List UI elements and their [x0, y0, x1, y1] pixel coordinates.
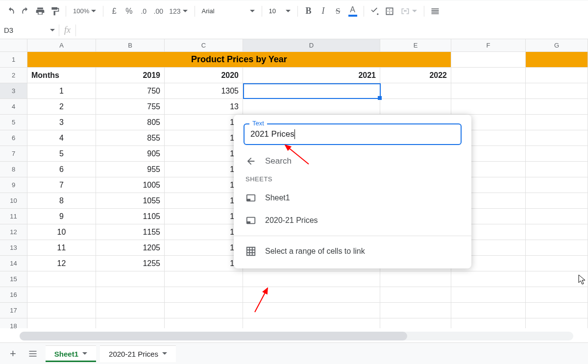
merge-cells-dropdown[interactable]: [397, 6, 420, 16]
sheet-option-2020-21[interactable]: 2020-21 Prices: [244, 209, 462, 232]
zoom-dropdown[interactable]: 100%: [70, 7, 99, 15]
column-header-b[interactable]: B: [96, 39, 165, 52]
row-header[interactable]: 3: [0, 83, 27, 99]
cell[interactable]: [526, 162, 588, 177]
cell[interactable]: [243, 287, 380, 303]
cell[interactable]: [451, 318, 526, 328]
cell[interactable]: [526, 52, 588, 68]
cell[interactable]: 17: [165, 224, 243, 240]
cell[interactable]: 13: [165, 99, 243, 115]
column-header-e[interactable]: E: [380, 39, 451, 52]
row-header[interactable]: 4: [0, 99, 27, 115]
cell[interactable]: 2021: [243, 68, 380, 83]
row-header[interactable]: 17: [0, 303, 27, 318]
cell[interactable]: [27, 271, 96, 287]
text-color-button[interactable]: A: [346, 4, 360, 18]
row-header[interactable]: 2: [0, 68, 27, 83]
column-header-f[interactable]: F: [451, 39, 526, 52]
select-range-option[interactable]: Select a range of cells to link: [244, 240, 462, 263]
cell[interactable]: [96, 271, 165, 287]
scrollbar-thumb[interactable]: [20, 332, 407, 340]
cell[interactable]: 1: [27, 83, 96, 99]
cell[interactable]: [526, 224, 588, 240]
strikethrough-button[interactable]: S: [331, 4, 345, 18]
cell[interactable]: [27, 303, 96, 318]
name-box[interactable]: D3: [0, 23, 59, 38]
cell[interactable]: [526, 130, 588, 146]
cell[interactable]: 3: [27, 115, 96, 130]
cell[interactable]: [526, 303, 588, 318]
row-header[interactable]: 10: [0, 193, 27, 209]
cell[interactable]: [380, 271, 451, 287]
cell[interactable]: [165, 318, 243, 328]
cell[interactable]: 905: [96, 146, 165, 162]
column-header-c[interactable]: C: [165, 39, 243, 52]
search-row[interactable]: Search: [244, 152, 462, 175]
row-header[interactable]: 9: [0, 177, 27, 193]
row-header[interactable]: 16: [0, 287, 27, 303]
cell[interactable]: 805: [96, 115, 165, 130]
cell[interactable]: 4: [27, 130, 96, 146]
cell[interactable]: 6: [27, 162, 96, 177]
cell[interactable]: 1005: [96, 177, 165, 193]
cell[interactable]: 1255: [96, 256, 165, 271]
increase-decimal-button[interactable]: .00: [151, 4, 165, 18]
cell[interactable]: [526, 193, 588, 209]
italic-button[interactable]: I: [317, 4, 330, 18]
cell[interactable]: 8: [27, 193, 96, 209]
cell[interactable]: [526, 240, 588, 256]
cell[interactable]: Months: [27, 68, 96, 83]
column-header-a[interactable]: A: [27, 39, 96, 52]
row-header[interactable]: 18: [0, 318, 27, 328]
select-all-corner[interactable]: [0, 39, 27, 52]
row-header[interactable]: 1: [0, 52, 27, 68]
cell[interactable]: 1155: [96, 224, 165, 240]
redo-button[interactable]: [19, 4, 32, 18]
cell[interactable]: 750: [96, 83, 165, 99]
cell[interactable]: 10: [27, 224, 96, 240]
all-sheets-button[interactable]: [24, 349, 42, 359]
cell[interactable]: [526, 318, 588, 328]
cell[interactable]: 14: [165, 130, 243, 146]
cell[interactable]: [526, 68, 588, 83]
cell[interactable]: 2019: [96, 68, 165, 83]
cell[interactable]: 2022: [380, 68, 451, 83]
cell[interactable]: [526, 83, 588, 99]
borders-button[interactable]: [383, 4, 396, 18]
cell[interactable]: [526, 177, 588, 193]
cell[interactable]: 17: [165, 209, 243, 224]
chevron-down-icon[interactable]: [162, 351, 167, 356]
horizontal-align-button[interactable]: [428, 4, 442, 18]
cell[interactable]: [380, 318, 451, 328]
cell[interactable]: [165, 271, 243, 287]
cell[interactable]: [96, 318, 165, 328]
cell[interactable]: 12: [27, 256, 96, 271]
cell[interactable]: 1305: [165, 83, 243, 99]
cell[interactable]: 7: [27, 177, 96, 193]
cell[interactable]: 11: [27, 240, 96, 256]
cell[interactable]: [96, 303, 165, 318]
tab-2020-21-prices[interactable]: 2020-21 Prices: [100, 345, 176, 362]
cell[interactable]: [451, 303, 526, 318]
cell[interactable]: 1055: [96, 193, 165, 209]
cell[interactable]: [380, 99, 451, 115]
cell[interactable]: 15: [165, 162, 243, 177]
bold-button[interactable]: B: [302, 4, 316, 18]
cell[interactable]: 955: [96, 162, 165, 177]
column-header-g[interactable]: G: [526, 39, 588, 52]
cell[interactable]: [243, 83, 380, 99]
cell[interactable]: [243, 318, 380, 328]
cell[interactable]: 18: [165, 240, 243, 256]
cell[interactable]: [380, 83, 451, 99]
cell[interactable]: 16: [165, 193, 243, 209]
cell[interactable]: [380, 287, 451, 303]
cell[interactable]: 2020: [165, 68, 243, 83]
row-header[interactable]: 8: [0, 162, 27, 177]
undo-button[interactable]: [4, 4, 18, 18]
sheet-option-sheet1[interactable]: Sheet1: [244, 187, 462, 209]
decrease-decimal-button[interactable]: .0: [137, 4, 150, 18]
cell[interactable]: [451, 271, 526, 287]
cell[interactable]: 16: [165, 177, 243, 193]
row-header[interactable]: 12: [0, 224, 27, 240]
add-sheet-button[interactable]: +: [6, 347, 20, 360]
